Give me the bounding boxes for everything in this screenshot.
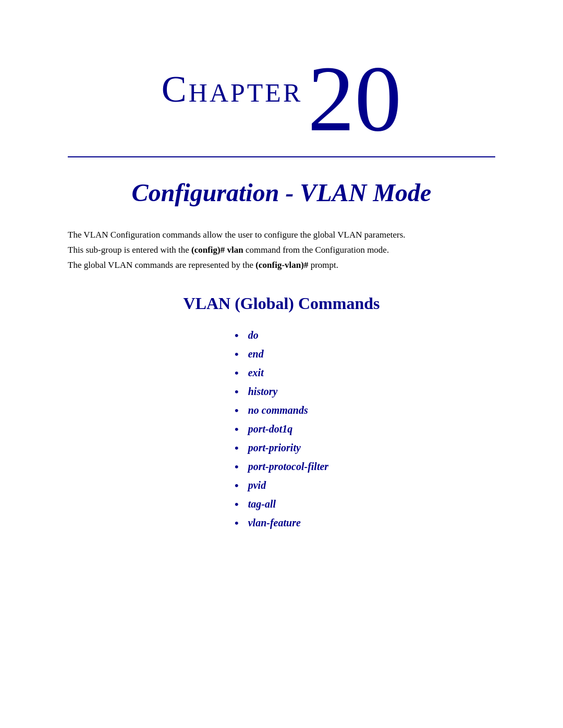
- list-item: history: [235, 385, 495, 399]
- section-heading: VLAN (Global) Commands: [68, 294, 495, 313]
- intro-line2-suffix: command from the Configuration mode.: [243, 245, 389, 255]
- chapter-label: Chapter: [162, 68, 302, 111]
- chapter-header: Chapter 20: [68, 31, 495, 146]
- list-item: port-protocol-filter: [235, 460, 495, 474]
- list-item: end: [235, 348, 495, 361]
- chapter-divider: [68, 156, 495, 157]
- list-item: tag-all: [235, 498, 495, 511]
- intro-line2-bold: (config)# vlan: [191, 245, 243, 255]
- list-item: port-dot1q: [235, 423, 495, 436]
- intro-line1: The VLAN Configuration commands allow th…: [68, 230, 406, 240]
- intro-line3-prefix: The global VLAN commands are represented…: [68, 260, 255, 270]
- list-item: port-priority: [235, 441, 495, 455]
- chapter-number: 20: [308, 52, 401, 146]
- list-item: no commands: [235, 404, 495, 417]
- intro-line2-prefix: This sub-group is entered with the: [68, 245, 191, 255]
- page-title: Configuration - VLAN Mode: [68, 178, 495, 207]
- list-item: exit: [235, 366, 495, 380]
- list-item: vlan-feature: [235, 516, 495, 530]
- command-list: doendexithistoryno commandsport-dot1qpor…: [235, 329, 495, 530]
- intro-paragraph: The VLAN Configuration commands allow th…: [68, 228, 495, 273]
- intro-line3-bold: (config-vlan)#: [255, 260, 308, 270]
- page: Chapter 20 Configuration - VLAN Mode The…: [0, 0, 563, 728]
- intro-line3-suffix: prompt.: [308, 260, 338, 270]
- list-item: pvid: [235, 479, 495, 492]
- list-item: do: [235, 329, 495, 342]
